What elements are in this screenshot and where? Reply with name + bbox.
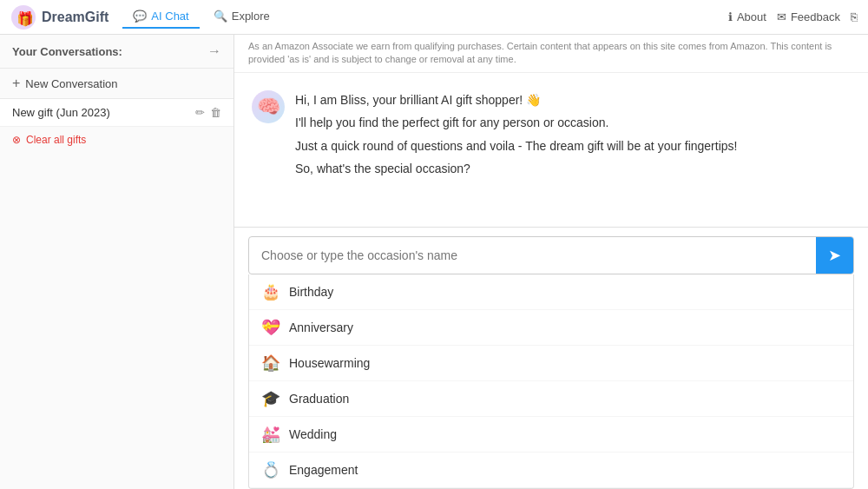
graduation-label: Graduation	[289, 392, 349, 406]
new-conversation-label: New Conversation	[25, 77, 117, 90]
explore-icon: 🔍	[214, 10, 227, 23]
sidebar-header: Your Conversations: →	[0, 35, 233, 69]
wedding-emoji: 💒	[261, 425, 280, 444]
birthday-label: Birthday	[289, 285, 333, 299]
occasion-wedding[interactable]: 💒 Wedding	[249, 417, 853, 453]
disclaimer-bar: As an Amazon Associate we earn from qual…	[234, 35, 868, 73]
occasion-anniversary[interactable]: 💝 Anniversary	[249, 310, 853, 346]
occasion-birthday[interactable]: 🎂 Birthday	[249, 274, 853, 310]
input-row: ➤	[248, 236, 854, 274]
clear-gifts-button[interactable]: ⊗ Clear all gifts	[0, 127, 233, 153]
nav-tabs: 💬 AI Chat 🔍 Explore	[122, 5, 728, 29]
clear-gifts-label: Clear all gifts	[26, 134, 86, 146]
conversation-actions: ✏ 🗑	[195, 106, 221, 119]
occasion-graduation[interactable]: 🎓 Graduation	[249, 381, 853, 417]
housewarming-label: Housewarming	[289, 356, 370, 370]
main-layout: Your Conversations: → + New Conversation…	[0, 35, 868, 489]
housewarming-emoji: 🏠	[261, 354, 280, 373]
anniversary-emoji: 💝	[261, 318, 280, 337]
about-icon: ℹ	[728, 10, 733, 23]
feedback-label: Feedback	[791, 10, 840, 23]
logo: 🎁 DreamGift	[10, 4, 108, 30]
sidebar-title: Your Conversations:	[12, 45, 122, 58]
message-line-2: I'll help you find the perfect gift for …	[295, 113, 737, 132]
message-bubble: Hi, I am Bliss, your brilliant AI gift s…	[295, 90, 737, 182]
sidebar: Your Conversations: → + New Conversation…	[0, 35, 234, 489]
chat-messages: 🧠 Hi, I am Bliss, your brilliant AI gift…	[234, 73, 868, 227]
feedback-icon: ✉	[777, 10, 786, 23]
occasion-housewarming[interactable]: 🏠 Housewarming	[249, 346, 853, 381]
chat-area: As an Amazon Associate we earn from qual…	[234, 35, 868, 489]
conversation-item[interactable]: New gift (Jun 2023) ✏ 🗑	[0, 99, 233, 127]
header: 🎁 DreamGift 💬 AI Chat 🔍 Explore ℹ About …	[0, 0, 868, 35]
new-conversation-button[interactable]: + New Conversation	[0, 69, 233, 99]
message-line-3: Just a quick round of questions and voil…	[295, 136, 737, 155]
occasion-input[interactable]	[249, 240, 816, 271]
wedding-label: Wedding	[289, 427, 337, 441]
tab-explore[interactable]: 🔍 Explore	[203, 5, 280, 29]
message-line-4: So, what's the special occasion?	[295, 159, 737, 178]
share-icon: ⎘	[851, 10, 858, 23]
logo-text: DreamGift	[42, 10, 108, 25]
svg-text:🎁: 🎁	[16, 10, 34, 27]
engagement-emoji: 💍	[261, 460, 280, 479]
tab-ai-chat[interactable]: 💬 AI Chat	[122, 5, 199, 29]
edit-icon[interactable]: ✏	[195, 106, 205, 119]
conversation-label: New gift (Jun 2023)	[12, 106, 110, 119]
tab-explore-label: Explore	[232, 10, 270, 23]
feedback-button[interactable]: ✉ Feedback	[777, 10, 840, 23]
share-button[interactable]: ⎘	[851, 10, 858, 23]
plus-icon: +	[12, 76, 20, 91]
engagement-label: Engagement	[289, 463, 358, 477]
about-button[interactable]: ℹ About	[728, 10, 766, 23]
sidebar-collapse-button[interactable]: →	[207, 43, 221, 59]
anniversary-label: Anniversary	[289, 320, 353, 334]
occasion-dropdown: 🎂 Birthday 💝 Anniversary 🏠 Housewarming …	[248, 274, 854, 489]
graduation-emoji: 🎓	[261, 389, 280, 408]
about-label: About	[737, 10, 766, 23]
message-row: 🧠 Hi, I am Bliss, your brilliant AI gift…	[252, 90, 851, 182]
logo-icon: 🎁	[10, 4, 36, 30]
birthday-emoji: 🎂	[261, 282, 280, 301]
clear-icon: ⊗	[12, 134, 21, 146]
tab-ai-chat-label: AI Chat	[151, 10, 188, 23]
input-area: ➤ 🎂 Birthday 💝 Anniversary 🏠 Housewarmin…	[234, 227, 868, 489]
send-button[interactable]: ➤	[816, 237, 853, 274]
ai-chat-icon: 💬	[133, 10, 147, 23]
nav-right: ℹ About ✉ Feedback ⎘	[728, 10, 858, 23]
message-line-1: Hi, I am Bliss, your brilliant AI gift s…	[295, 90, 737, 109]
delete-icon[interactable]: 🗑	[210, 106, 221, 119]
disclaimer-text: As an Amazon Associate we earn from qual…	[248, 41, 832, 64]
avatar: 🧠	[252, 90, 285, 123]
occasion-engagement[interactable]: 💍 Engagement	[249, 453, 853, 488]
